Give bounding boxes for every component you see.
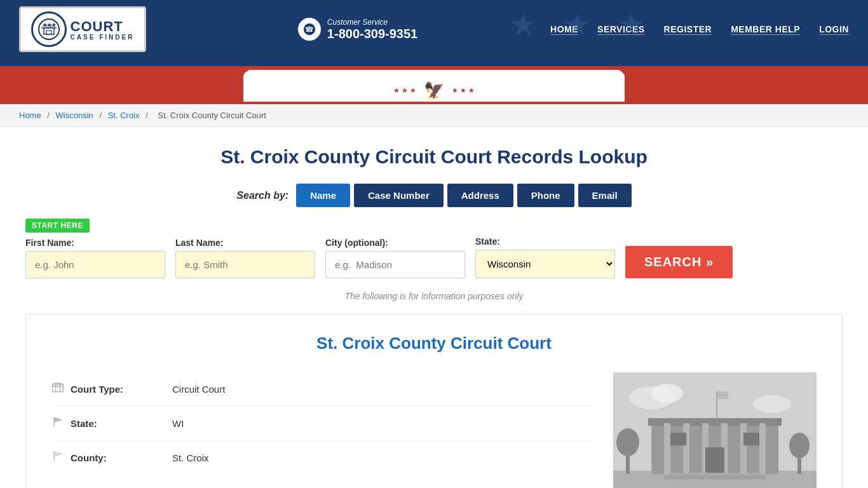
site-header: ★ ★ ★ ★★★ COURT CASE FINDER [0, 0, 868, 58]
breadcrumb-home[interactable]: Home [19, 111, 41, 120]
star-icon-1: ★ [509, 6, 538, 43]
tab-email[interactable]: Email [578, 184, 632, 207]
logo-icon: ★★★ [37, 18, 60, 41]
last-name-label: Last Name: [175, 238, 315, 248]
svg-text:★★★: ★★★ [42, 22, 56, 28]
tab-address[interactable]: Address [447, 184, 513, 207]
county-value: St. Croix [172, 452, 209, 463]
city-input[interactable] [325, 251, 465, 278]
breadcrumb-county[interactable]: St. Croix [108, 111, 140, 120]
svg-point-21 [753, 395, 791, 413]
phone-area: ☎ Customer Service 1-800-309-9351 [298, 18, 417, 41]
last-name-group: Last Name: [175, 238, 315, 278]
court-info-table: Court Type: Circuit Court State: WI [51, 372, 594, 488]
phone-label: Customer Service [327, 18, 417, 27]
tab-name[interactable]: Name [296, 184, 350, 207]
svg-rect-29 [740, 423, 747, 474]
logo-box: ★★★ COURT CASE FINDER [19, 6, 146, 52]
eagle-icon: 🦅 [424, 81, 444, 100]
svg-point-37 [616, 428, 639, 456]
first-name-input[interactable] [25, 251, 165, 278]
flag2-icon [51, 450, 64, 463]
table-row: Court Type: Circuit Court [51, 372, 594, 407]
phone-icon: ☎ [298, 18, 321, 41]
phone-info: Customer Service 1-800-309-9351 [327, 18, 417, 41]
svg-rect-2 [44, 28, 54, 34]
logo-text: COURT CASE FINDER [71, 18, 135, 41]
svg-rect-31 [705, 447, 724, 474]
state-label: State: [475, 236, 615, 247]
banner-eagle-row: ★ ★ ★ 🦅 ★ ★ ★ [393, 81, 475, 100]
tab-phone[interactable]: Phone [517, 184, 574, 207]
stars-right: ★ ★ ★ [452, 86, 475, 95]
state-row-value: WI [172, 418, 184, 429]
state-group: State: AlabamaAlaskaArizonaArkansas Cali… [475, 236, 615, 278]
table-row: County: St. Croix [51, 441, 594, 475]
court-card-body: Court Type: Circuit Court State: WI [51, 372, 817, 488]
banner-eagle-area: ★ ★ ★ 🦅 ★ ★ ★ [0, 70, 868, 102]
tab-case-number[interactable]: Case Number [354, 184, 444, 207]
first-name-label: First Name: [25, 238, 165, 248]
nav-member-help[interactable]: MEMBER HELP [731, 24, 800, 35]
court-card: St. Croix County Circuit Court [25, 314, 843, 488]
breadcrumb-current: St. Croix County Circuit Court [158, 111, 266, 120]
state-select[interactable]: AlabamaAlaskaArizonaArkansas CaliforniaC… [475, 250, 615, 278]
svg-rect-26 [683, 423, 689, 474]
star-icon-3: ★ [617, 6, 646, 43]
svg-text:☎: ☎ [305, 25, 314, 33]
columns-icon [51, 381, 64, 394]
phone-number: 1-800-309-9351 [327, 27, 417, 41]
breadcrumb-sep-3: / [146, 111, 150, 120]
court-card-title: St. Croix County Circuit Court [51, 334, 817, 353]
svg-rect-3 [46, 30, 51, 34]
breadcrumb-state[interactable]: Wisconsin [56, 111, 93, 120]
court-image [613, 372, 817, 488]
main-content: St. Croix County Circuit Court Records L… [0, 127, 868, 488]
logo-court-text: COURT [71, 18, 135, 35]
svg-rect-25 [664, 423, 670, 474]
header-stars: ★ ★ ★ [509, 6, 646, 43]
state-row-label: State: [71, 418, 172, 429]
nav-login[interactable]: LOGIN [819, 24, 849, 35]
form-row: First Name: Last Name: City (optional): … [25, 236, 843, 278]
breadcrumb-sep-2: / [99, 111, 104, 120]
search-by-row: Search by: Name Case Number Address Phon… [25, 184, 843, 207]
county-icon [51, 450, 71, 466]
page-title: St. Croix County Circuit Court Records L… [25, 146, 843, 168]
svg-point-39 [789, 433, 810, 458]
stars-left: ★ ★ ★ [393, 86, 416, 95]
court-building-svg [613, 372, 817, 488]
svg-rect-32 [670, 433, 686, 445]
court-type-label: Court Type: [71, 384, 172, 395]
nav-register[interactable]: REGISTER [664, 24, 712, 35]
breadcrumb: Home / Wisconsin / St. Croix / St. Croix… [0, 104, 868, 127]
svg-rect-41 [717, 391, 728, 399]
phone-svg: ☎ [303, 23, 316, 36]
city-group: City (optional): [325, 238, 465, 278]
banner-top [0, 58, 868, 66]
svg-rect-8 [53, 384, 64, 392]
flag-icon [51, 416, 64, 428]
search-by-label: Search by: [236, 190, 288, 201]
breadcrumb-sep-1: / [47, 111, 51, 120]
court-type-icon [51, 381, 71, 397]
svg-rect-35 [664, 475, 766, 479]
table-row: State: WI [51, 407, 594, 441]
svg-rect-30 [759, 423, 766, 474]
logo-circle: ★★★ [31, 11, 67, 47]
state-icon [51, 416, 71, 431]
star-icon-2: ★ [563, 6, 592, 43]
logo-area: ★★★ COURT CASE FINDER [19, 6, 146, 52]
county-label: County: [71, 452, 172, 463]
logo-case-finder-text: CASE FINDER [71, 34, 135, 41]
city-label: City (optional): [325, 238, 465, 248]
first-name-group: First Name: [25, 238, 165, 278]
search-form: START HERE First Name: Last Name: City (… [25, 219, 843, 278]
info-text: The following is for information purpose… [25, 291, 843, 301]
search-button[interactable]: SEARCH » [625, 246, 733, 278]
start-here-badge: START HERE [25, 219, 90, 233]
court-type-value: Circuit Court [172, 384, 225, 395]
svg-point-20 [651, 384, 683, 403]
svg-rect-33 [743, 433, 759, 445]
last-name-input[interactable] [175, 251, 315, 278]
